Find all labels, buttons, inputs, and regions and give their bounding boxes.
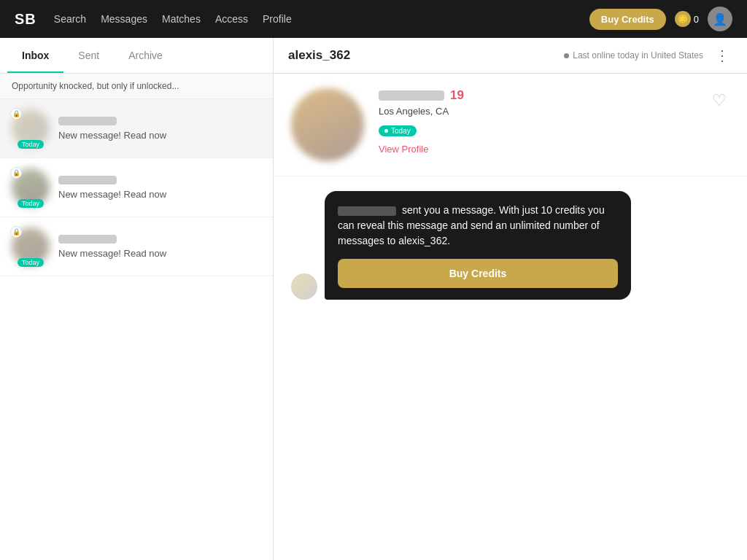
msg-content: New message! Read now <box>58 176 261 200</box>
nav-buy-credits-button[interactable]: Buy Credits <box>589 9 666 30</box>
bubble-avatar <box>291 273 317 300</box>
credits-count: 0 <box>694 14 699 25</box>
msg-preview: New message! Read now <box>58 189 261 200</box>
profile-actions: ♡ <box>709 88 729 113</box>
nav-right: Buy Credits 🪙 0 👤 <box>589 7 732 31</box>
nav-link-matches[interactable]: Matches <box>162 13 201 25</box>
nav-link-search[interactable]: Search <box>54 13 86 25</box>
profile-avatar-large <box>291 88 364 161</box>
sidebar-tabs: Inbox Sent Archive <box>0 38 273 74</box>
chat-panel: alexis_362 Last online today in United S… <box>274 38 747 560</box>
today-badge: Today <box>18 140 44 149</box>
online-badge-dot <box>384 129 388 133</box>
list-item[interactable]: 🔒 Today New message! Read now <box>0 158 273 217</box>
user-avatar[interactable]: 👤 <box>708 7 732 31</box>
lock-icon: 🔒 <box>10 108 22 120</box>
msg-avatar-wrap: 🔒 Today <box>12 109 50 147</box>
navbar: SB Search Messages Matches Access Profil… <box>0 0 747 38</box>
chat-body: sent you a message. With just 10 credits… <box>274 176 747 560</box>
lock-icon: 🔒 <box>10 167 22 179</box>
blurred-sender <box>338 206 396 216</box>
list-item[interactable]: 🔒 Today New message! Read now <box>0 217 273 276</box>
chat-username: alexis_362 <box>288 48 555 63</box>
msg-preview: New message! Read now <box>58 130 261 141</box>
credits-badge: 🪙 0 <box>675 11 699 27</box>
lock-icon: 🔒 <box>10 226 22 238</box>
msg-username <box>58 176 117 184</box>
online-status-text: Last online today in United States <box>573 50 703 61</box>
list-item[interactable]: 🔒 Today New message! Read now <box>0 99 273 158</box>
nav-link-profile[interactable]: Profile <box>263 13 292 25</box>
nav-link-access[interactable]: Access <box>215 13 248 25</box>
profile-online-badge: Today <box>379 125 417 136</box>
credits-icon: 🪙 <box>675 11 691 27</box>
message-bubble-wrap: sent you a message. With just 10 credits… <box>291 191 729 300</box>
chat-header: alexis_362 Last online today in United S… <box>274 38 747 74</box>
msg-content: New message! Read now <box>58 117 261 141</box>
today-badge: Today <box>18 199 44 208</box>
tab-archive[interactable]: Archive <box>114 38 177 73</box>
msg-avatar-wrap: 🔒 Today <box>12 168 50 206</box>
profile-name-blurred <box>379 90 444 101</box>
profile-age: 19 <box>450 88 464 103</box>
tab-inbox[interactable]: Inbox <box>7 38 63 73</box>
today-badge: Today <box>18 258 44 267</box>
nav-links: Search Messages Matches Access Profile <box>54 13 572 25</box>
message-bubble: sent you a message. With just 10 credits… <box>325 191 631 300</box>
profile-info: 19 Los Angeles, CA Today View Profile <box>379 88 694 155</box>
message-list: 🔒 Today New message! Read now 🔒 Today <box>0 99 273 560</box>
msg-content: New message! Read now <box>58 235 261 259</box>
sidebar: Inbox Sent Archive Opportunity knocked, … <box>0 38 274 560</box>
more-options-button[interactable]: ⋮ <box>712 47 732 64</box>
msg-avatar-wrap: 🔒 Today <box>12 228 50 265</box>
msg-username <box>58 117 117 125</box>
tab-sent[interactable]: Sent <box>63 38 114 73</box>
msg-username <box>58 235 117 244</box>
profile-location: Los Angeles, CA <box>379 106 694 117</box>
nav-logo: SB <box>15 11 36 28</box>
online-badge-label: Today <box>391 127 411 135</box>
favorite-button[interactable]: ♡ <box>709 88 729 113</box>
msg-preview: New message! Read now <box>58 248 261 259</box>
view-profile-link[interactable]: View Profile <box>379 144 694 155</box>
profile-name-row: 19 <box>379 88 694 103</box>
profile-card: 19 Los Angeles, CA Today View Profile ♡ <box>274 74 747 176</box>
nav-link-messages[interactable]: Messages <box>101 13 147 25</box>
online-status: Last online today in United States <box>564 50 703 61</box>
promo-banner: Opportunity knocked, but only if unlocke… <box>0 74 273 99</box>
online-dot <box>564 53 569 58</box>
buy-credits-button[interactable]: Buy Credits <box>338 259 618 288</box>
main-layout: Inbox Sent Archive Opportunity knocked, … <box>0 38 747 560</box>
